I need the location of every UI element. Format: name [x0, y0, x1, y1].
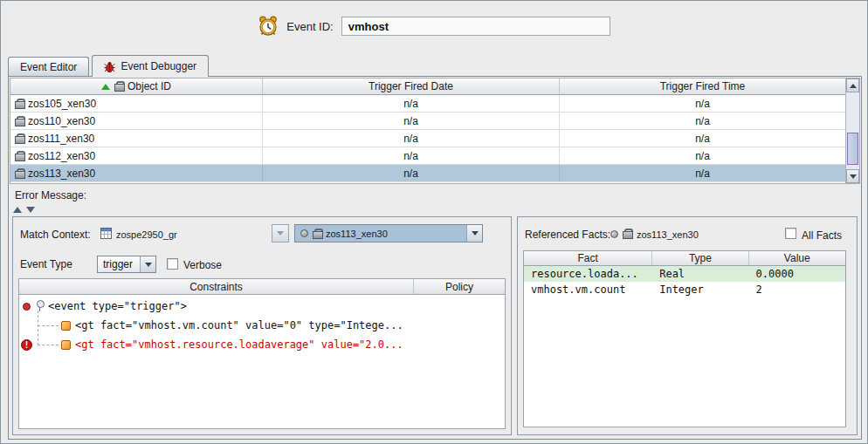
scrollbar-thumb[interactable]: [847, 133, 858, 165]
object-id-text: zos111_xen30: [28, 133, 94, 145]
scrollbar-up-button[interactable]: [846, 79, 859, 92]
scrollbar-down-icon: [850, 174, 857, 179]
object-table-grid: Object ID Trigger Fired Date Trigger Fir…: [10, 79, 845, 183]
event-id-bar: Event ID: vmhost: [1, 1, 867, 51]
column-header-fired-date[interactable]: Trigger Fired Date: [263, 79, 560, 94]
gray-sphere-icon: [300, 229, 308, 237]
fact-value-cell: 2: [749, 283, 845, 296]
constraints-tree: <event type="trigger"> <gt fact="vmhost.…: [19, 295, 505, 428]
sort-ascending-icon: [101, 84, 110, 90]
event-type-value[interactable]: trigger: [98, 256, 140, 272]
fired-time-cell: n/a: [560, 147, 845, 164]
fired-date-cell: n/a: [263, 165, 560, 181]
scrollbar-track[interactable]: [846, 92, 859, 169]
divider-collapse-down-icon[interactable]: [26, 207, 35, 213]
event-type-dropdown-button[interactable]: [140, 256, 155, 272]
fact-name-cell: resource.loada...: [524, 268, 652, 280]
object-id-cell: zos112_xen30: [10, 147, 263, 164]
column-header-object-id-label: Object ID: [127, 80, 171, 92]
gray-sphere-icon: [610, 230, 618, 238]
fired-time-cell: n/a: [560, 95, 845, 112]
tree-node-constraint-error[interactable]: <gt fact="vmhost.resource.loadaverage" v…: [19, 336, 505, 353]
context-prev-dropdown-button[interactable]: [272, 224, 289, 242]
column-header-fired-time[interactable]: Trigger Fired Time: [560, 79, 845, 94]
event-id-label: Event ID:: [286, 20, 333, 33]
context-object-combobox-value[interactable]: zos113_xen30: [295, 225, 466, 242]
column-header-object-id[interactable]: Object ID: [10, 79, 263, 94]
object-id-text: zos112_xen30: [28, 150, 95, 162]
fact-name-cell: vmhost.vm.count: [524, 283, 652, 296]
tab-event-debugger-label: Event Debugger: [121, 60, 196, 72]
event-id-input[interactable]: vmhost: [341, 17, 610, 36]
tree-node-constraint[interactable]: <gt fact="vmhost.vm.count" value="0" typ…: [19, 317, 505, 334]
fired-date-cell: n/a: [263, 95, 560, 112]
table-row[interactable]: zos112_xen30 n/a n/a: [10, 147, 845, 165]
verbose-label: Verbose: [183, 259, 222, 271]
context-object-name: zos113_xen30: [326, 229, 388, 239]
tab-event-debugger[interactable]: Event Debugger: [92, 55, 209, 77]
split-pane-divider[interactable]: [13, 205, 35, 214]
debugger-tab-content: Object ID Trigger Fired Date Trigger Fir…: [8, 76, 862, 440]
referenced-facts-label: Referenced Facts:: [525, 229, 610, 241]
match-context-panel: Match Context: zospe2950_gr zos113: [12, 216, 512, 435]
event-type-label: Event Type: [20, 258, 72, 270]
table-row[interactable]: zos105_xen30 n/a n/a: [10, 95, 845, 113]
event-type-combobox[interactable]: trigger: [97, 256, 156, 273]
fact-type-cell: Real: [652, 268, 748, 280]
fact-row[interactable]: vmhost.vm.count Integer 2: [524, 282, 845, 297]
tree-node-event[interactable]: <event type="trigger">: [19, 297, 505, 315]
table-row-selected[interactable]: zos113_xen30 n/a n/a: [10, 165, 845, 182]
referenced-facts-panel: Referenced Facts: zos113_xen30 All Facts…: [517, 216, 858, 435]
facts-table-header: Fact Type Value: [524, 251, 845, 266]
tree-node-text: <event type="trigger">: [48, 300, 187, 312]
context-object-dropdown-button[interactable]: [466, 225, 482, 242]
verbose-checkbox[interactable]: [167, 258, 178, 270]
fact-row-highlighted[interactable]: resource.loada... Real 0.0000: [524, 266, 845, 282]
lock-icon: [114, 81, 123, 92]
tree-expander-icon[interactable]: [36, 300, 45, 312]
dropdown-arrow-icon: [472, 231, 479, 236]
table-row[interactable]: zos111_xen30 n/a n/a: [10, 130, 845, 147]
breakpoint-icon: [23, 303, 31, 311]
column-header-policy[interactable]: Policy: [413, 279, 505, 294]
tab-event-editor[interactable]: Event Editor: [8, 57, 89, 76]
constraint-node-icon: [61, 321, 71, 331]
facts-table: Fact Type Value resource.loada... Real 0…: [523, 250, 846, 427]
table-row[interactable]: zos110_xen30 n/a n/a: [10, 113, 845, 130]
object-id-text: zos110_xen30: [28, 115, 95, 127]
fired-date-cell: n/a: [263, 130, 560, 147]
constraints-table-header: Constraints Policy: [19, 279, 505, 295]
error-icon: [21, 339, 32, 351]
lock-icon: [15, 151, 24, 161]
constraint-node-icon: [61, 340, 71, 350]
all-facts-checkbox[interactable]: [785, 228, 796, 239]
column-header-value[interactable]: Value: [749, 251, 845, 265]
lock-icon: [15, 133, 24, 144]
column-header-constraints[interactable]: Constraints: [19, 279, 413, 294]
vertical-scrollbar[interactable]: [845, 79, 859, 183]
divider-collapse-up-icon[interactable]: [13, 207, 22, 213]
lock-icon: [313, 229, 321, 239]
match-context-group-name: zospe2950_gr: [116, 229, 177, 240]
tree-node-text: <gt fact="vmhost.vm.count" value="0" typ…: [75, 319, 403, 331]
tree-node-text: <gt fact="vmhost.resource.loadaverage" v…: [75, 338, 403, 351]
tab-bar: Event Editor Event Debugger: [8, 55, 209, 77]
column-header-fact[interactable]: Fact: [524, 251, 652, 265]
object-id-text: zos105_xen30: [28, 98, 96, 110]
object-table: Object ID Trigger Fired Date Trigger Fir…: [10, 78, 860, 184]
object-table-header: Object ID Trigger Fired Date Trigger Fir…: [10, 79, 845, 95]
fired-time-cell: n/a: [560, 165, 845, 181]
lock-icon: [15, 116, 24, 126]
column-header-type[interactable]: Type: [652, 251, 748, 265]
error-message-label: Error Message:: [15, 189, 86, 202]
constraints-table: Constraints Policy <event type="trigger"…: [18, 278, 506, 429]
object-id-cell: zos111_xen30: [10, 130, 263, 147]
fired-date-cell: n/a: [263, 147, 560, 164]
lock-icon: [15, 168, 24, 179]
scrollbar-down-button[interactable]: [846, 169, 859, 183]
column-header-fired-time-label: Trigger Fired Time: [660, 80, 746, 92]
context-object-combobox[interactable]: zos113_xen30: [294, 224, 483, 242]
object-id-cell: zos113_xen30: [10, 165, 263, 181]
fact-value-cell: 0.0000: [749, 268, 845, 280]
event-debugger-window: Event ID: vmhost Event Editor Event Debu…: [0, 0, 868, 444]
